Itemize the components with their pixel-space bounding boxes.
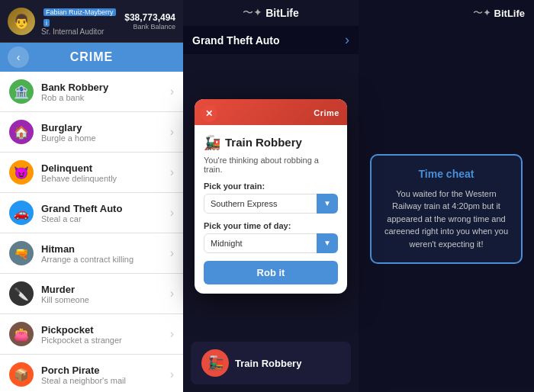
bank-robbery-icon: 🏦: [9, 79, 34, 104]
modal-title-row: 🚂 Train Robbery: [204, 134, 338, 151]
crime-text: Pickpocket Pickpocket a stranger: [41, 324, 162, 345]
profile-info: Fabian Ruiz-Mayberry i Sr. Internal Audi…: [41, 6, 118, 36]
delinquent-icon: 😈: [9, 160, 34, 185]
profile-name-text: Fabian Ruiz-Mayberry: [43, 8, 116, 16]
crime-name: Pickpocket: [41, 324, 162, 336]
crime-name: Hitman: [41, 243, 162, 255]
porch-pirate-icon: 📦: [9, 362, 34, 387]
burglary-icon: 🏠: [9, 120, 34, 144]
crime-name: Burglary: [41, 122, 162, 133]
crime-item-pickpocket[interactable]: 👛 Pickpocket Pickpocket a stranger ›: [0, 314, 183, 355]
crime-desc: Steal a car: [41, 214, 162, 223]
nav-title: CRIME: [70, 50, 114, 64]
crime-item-delinquent[interactable]: 😈 Delinquent Behave delinquently ›: [0, 153, 183, 193]
modal-header-label: Crime: [314, 108, 339, 117]
murder-icon: 🔪: [9, 281, 34, 306]
crime-arrow: ›: [170, 287, 174, 300]
crime-text: Murder Kill someone: [41, 284, 162, 304]
nav-header: ‹ CRIME: [0, 43, 183, 72]
crime-item-hitman[interactable]: 🔫 Hitman Arrange a contract killing ›: [0, 233, 183, 274]
crime-text: Bank Robbery Rob a bank: [41, 82, 162, 102]
crime-desc: Pickpocket a stranger: [41, 336, 162, 345]
left-panel: 👨 Fabian Ruiz-Mayberry i Sr. Internal Au…: [0, 0, 183, 392]
pickpocket-icon: 👛: [9, 322, 34, 346]
train-select-wrapper: Southern Express Northern Line Western R…: [204, 194, 338, 214]
crime-item-porch-pirate[interactable]: 📦 Porch Pirate Steal a neighbor's mail ›: [0, 355, 183, 392]
far-right-squiggle-icon: 〜✦: [473, 6, 491, 20]
avatar: 👨: [8, 8, 35, 35]
crime-text: Hitman Arrange a contract killing: [41, 243, 162, 264]
crime-desc: Behave delinquently: [41, 174, 162, 183]
grand-theft-auto-icon: 🚗: [9, 201, 34, 225]
crime-item-grand-theft-auto[interactable]: 🚗 Grand Theft Auto Steal a car ›: [0, 193, 183, 233]
middle-panel: 〜✦ BitLife Grand Theft Auto › 🚂 Train Ro…: [183, 0, 359, 392]
profile-name[interactable]: Fabian Ruiz-Mayberry i: [41, 6, 118, 27]
crime-arrow: ›: [170, 125, 174, 139]
crime-text: Grand Theft Auto Steal a car: [41, 203, 162, 223]
crime-desc: Burgle a home: [41, 133, 162, 143]
crime-text: Delinquent Behave delinquently: [41, 162, 162, 183]
crime-text: Burglary Burgle a home: [41, 122, 162, 143]
train-select[interactable]: Southern Express Northern Line Western R…: [204, 194, 338, 214]
modal-train-emoji: 🚂: [204, 134, 220, 151]
modal-overlay: ✕ Crime 🚂 Train Robbery You're thinking …: [183, 0, 359, 392]
crime-name: Bank Robbery: [41, 82, 162, 93]
crime-name: Murder: [41, 284, 162, 295]
profile-bar: 👨 Fabian Ruiz-Mayberry i Sr. Internal Au…: [0, 0, 183, 43]
far-right-header: 〜✦ BitLife: [359, 0, 534, 26]
time-cheat-title: Time cheat: [384, 168, 509, 180]
crime-arrow: ›: [170, 206, 174, 220]
crime-name: Porch Pirate: [41, 365, 162, 376]
modal-body: 🚂 Train Robbery You're thinking about ro…: [195, 125, 347, 294]
crime-name: Grand Theft Auto: [41, 203, 162, 214]
back-button[interactable]: ‹: [8, 47, 29, 68]
far-right-logo-text: BitLife: [494, 8, 525, 19]
crime-desc: Arrange a contract killing: [41, 255, 162, 264]
hitman-icon: 🔫: [9, 241, 34, 265]
train-robbery-modal: ✕ Crime 🚂 Train Robbery You're thinking …: [195, 99, 347, 294]
modal-title: Train Robbery: [225, 136, 302, 149]
time-select[interactable]: Midnight Morning Afternoon Evening: [204, 233, 338, 253]
crime-item-burglary[interactable]: 🏠 Burglary Burgle a home ›: [0, 112, 183, 153]
crime-desc: Kill someone: [41, 295, 162, 304]
profile-title: Sr. Internal Auditor: [41, 27, 118, 36]
balance-label: Bank Balance: [124, 23, 175, 31]
modal-close-button[interactable]: ✕: [201, 105, 217, 122]
crime-name: Delinquent: [41, 162, 162, 174]
bank-balance: $38,773,494: [124, 12, 175, 23]
crime-text: Porch Pirate Steal a neighbor's mail: [41, 365, 162, 385]
crime-arrow: ›: [170, 246, 174, 260]
train-label: Pick your train:: [204, 182, 338, 191]
crime-arrow: ›: [170, 165, 174, 179]
crime-desc: Rob a bank: [41, 93, 162, 102]
time-select-wrapper: Midnight Morning Afternoon Evening ▼: [204, 233, 338, 253]
right-area: 〜✦ BitLife Grand Theft Auto › 🚂 Train Ro…: [183, 0, 534, 392]
crime-item-murder[interactable]: 🔪 Murder Kill someone ›: [0, 274, 183, 314]
time-cheat-card: Time cheat You waited for the Western Ra…: [370, 154, 523, 265]
crime-item-bank-robbery[interactable]: 🏦 Bank Robbery Rob a bank ›: [0, 72, 183, 112]
modal-header: Crime: [195, 99, 347, 125]
rob-it-button[interactable]: Rob it: [204, 261, 338, 284]
crime-arrow: ›: [170, 368, 174, 381]
balance-container: $38,773,494 Bank Balance: [124, 12, 175, 31]
time-cheat-description: You waited for the Western Railway train…: [384, 188, 509, 251]
close-icon: ✕: [205, 108, 213, 119]
crime-desc: Steal a neighbor's mail: [41, 376, 162, 385]
time-label: Pick your time of day:: [204, 221, 338, 230]
crime-arrow: ›: [170, 85, 174, 98]
modal-description: You're thinking about robbing a train.: [204, 156, 338, 174]
crime-arrow: ›: [170, 327, 174, 341]
profile-badge: i: [43, 19, 50, 27]
crime-list: 🏦 Bank Robbery Rob a bank › 🏠 Burglary B…: [0, 72, 183, 392]
far-right-panel: 〜✦ BitLife Time cheat You waited for the…: [359, 0, 534, 392]
far-right-content: Time cheat You waited for the Western Ra…: [359, 26, 534, 392]
